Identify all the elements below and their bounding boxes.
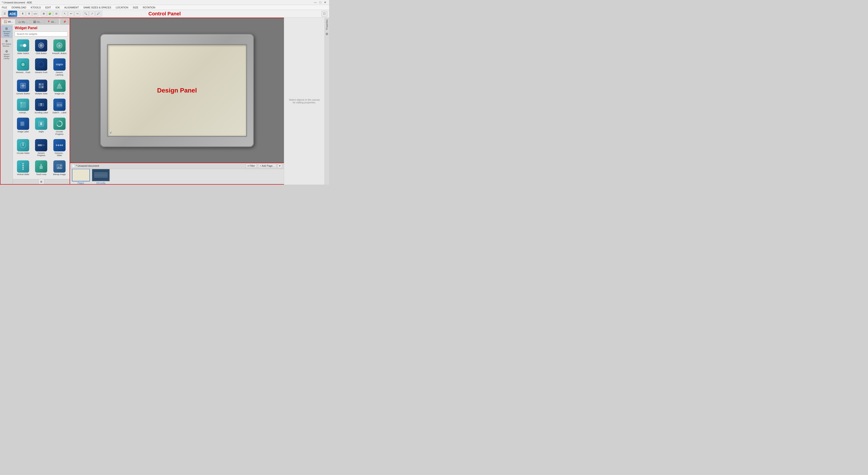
right-panel-sidebar: Properties ⚙ <box>324 18 329 184</box>
main-area: 🪟 Wi... 🗂 My ... 🖼 Cli... 📍 Wi... 📌 <box>0 18 329 184</box>
image-label-icon <box>17 118 29 130</box>
toolbar-edit-section: ↖ ↩ ↪ <box>61 10 81 18</box>
menu-edit[interactable]: EDIT <box>44 6 52 9</box>
widget-image-list[interactable]: Image List <box>51 79 68 96</box>
widget-animation[interactable]: Animati... <box>15 97 31 115</box>
tab-widgets[interactable]: 🪟 Wi... <box>1 19 16 24</box>
menu-ktools[interactable]: KTOOLS <box>30 6 41 9</box>
lib-iot[interactable]: ⊕ IOT Gallery Minimal... <box>1 38 12 48</box>
touch-area-icon <box>35 160 47 173</box>
menu-alignment[interactable]: ALIGNMENT <box>63 6 80 9</box>
device-frame: Design Panel ↙ <box>100 34 254 147</box>
widget-header: Widget Panel <box>13 25 70 37</box>
ioconfig-label: IOConfig <box>96 182 105 184</box>
filter-button[interactable]: ≡ Filter <box>246 164 257 168</box>
svg-point-9 <box>39 62 43 66</box>
svg-rect-17 <box>39 84 41 85</box>
lib-standard-label: Standard Widget Library <box>2 31 11 37</box>
multiple-state-icon <box>35 80 47 92</box>
standard-icon: ⊞ <box>2 27 11 30</box>
lib-standard[interactable]: ⊞ Standard Widget Library <box>1 26 12 38</box>
widget-generic-latching[interactable]: ≡ Generic Latching <box>51 57 68 77</box>
upload-button[interactable]: ⬆ <box>26 11 32 17</box>
page-bar-doc: 📄 * Unsaved document <box>72 165 99 168</box>
puzzle-button[interactable]: 🧩 <box>47 11 53 17</box>
generic-push-label: Generic Push <box>35 71 48 74</box>
widget-vertical-slider[interactable]: Vertical Slider <box>15 159 31 177</box>
widget-generic-button[interactable]: Generic Button <box>15 79 31 96</box>
cursor-button[interactable]: ↖ <box>62 11 68 17</box>
widget-press-button[interactable]: ⊛ Press/R. Button <box>51 38 68 56</box>
scrolling-label-label: Scrolling Label <box>35 112 48 114</box>
widget-panel: ⊞ Standard Widget Library ⊕ IOT Gallery … <box>0 25 70 184</box>
widget-datetime-label[interactable]: 12:31 Date/Ti... Label <box>51 97 68 115</box>
toolbar-right-section: ☐ <box>320 10 328 18</box>
corner-indicator: ↙ <box>110 130 112 134</box>
zoom-out-button[interactable]: 🔎 <box>95 11 101 17</box>
svg-point-26 <box>21 102 22 103</box>
menu-iok[interactable]: IOK <box>55 6 61 9</box>
download-button[interactable]: ⬇ <box>20 11 26 17</box>
checkbox-button[interactable]: ☐ <box>321 11 327 17</box>
widget-circular-progress[interactable]: Circular Progress <box>51 117 68 137</box>
widget-image-label[interactable]: Image Label <box>15 117 31 137</box>
widget-touch-area[interactable]: Touch Area <box>33 159 50 177</box>
tab-cli[interactable]: 🖼 Cli... <box>31 19 44 24</box>
menu-rotation[interactable]: ROTATION <box>142 6 156 9</box>
widget-circular-meter[interactable]: Circular Meter <box>15 138 31 158</box>
menu-location[interactable]: LOCATION <box>115 6 129 9</box>
hamburger-button[interactable]: ☰ <box>2 11 8 17</box>
minimize-button[interactable]: — <box>313 1 318 4</box>
widget-click-button[interactable]: Click Button <box>33 38 50 56</box>
add-page-button[interactable]: + Add Page... <box>258 164 276 168</box>
grid-button[interactable]: ⊞ <box>41 11 46 17</box>
title-bar-controls[interactable]: — □ ✕ <box>313 1 327 4</box>
svg-rect-20 <box>41 86 43 88</box>
menu-file[interactable]: FILE <box>1 6 8 9</box>
system-icon: ⚙ <box>1 50 12 53</box>
datetime-label-label: Date/Ti... Label <box>53 112 66 114</box>
widget-scrolling-label[interactable]: T Scrolling Label <box>33 97 50 115</box>
menu-same-sizes[interactable]: SAME SIZES & SPACES <box>83 6 112 9</box>
vertical-slider-label: Vertical Slider <box>17 173 29 176</box>
undo-button[interactable]: ↩ <box>68 11 74 17</box>
widget-generic-progress[interactable]: Generic Progress <box>33 138 50 158</box>
widget-content: Widget Panel Slider Switch <box>13 25 70 184</box>
widget-moment-push[interactable]: Moment... Push <box>15 57 31 77</box>
zoom-fit-button[interactable]: ⤢ <box>89 11 95 17</box>
slider-switch-icon <box>17 39 29 52</box>
lib-iot-label: IOT Gallery Minimal... <box>1 43 12 47</box>
design-canvas[interactable]: Design Panel ↙ <box>70 18 284 162</box>
redo-button[interactable]: ↪ <box>74 11 80 17</box>
widget-generic-push[interactable]: Generic Push <box>33 57 50 77</box>
widget-horizontal-slider[interactable]: Horizont... Slider <box>51 138 68 158</box>
widget-slider-switch[interactable]: Slider Switch <box>15 38 31 56</box>
circular-meter-icon <box>17 139 29 151</box>
lib-system[interactable]: ⚙ System Widget Library <box>1 49 12 60</box>
menu-download[interactable]: DOWNLOAD <box>11 6 27 9</box>
widget-multiple-state[interactable]: Multiple State <box>33 79 50 96</box>
properties-settings-icon[interactable]: ⚙ <box>325 32 329 36</box>
widget-digits[interactable]: 8 Digits <box>33 117 50 137</box>
expand-button[interactable]: ▾ <box>278 164 282 168</box>
tab-my[interactable]: 🗂 My ... <box>16 19 30 24</box>
search-input[interactable] <box>15 31 68 36</box>
code-button[interactable]: </> <box>32 11 38 17</box>
close-button[interactable]: ✕ <box>323 1 327 4</box>
maximize-button[interactable]: □ <box>318 1 322 4</box>
zoom-in-button[interactable]: 🔍 <box>83 11 89 17</box>
menu-size[interactable]: SIZE <box>132 6 139 9</box>
add-widget-button[interactable]: ⊞ <box>38 179 44 184</box>
page-thumb-page1[interactable]: Page1 <box>72 169 90 184</box>
svg-rect-32 <box>21 122 24 124</box>
tab-wi2[interactable]: 📍 Wi... <box>44 19 59 24</box>
generic-latching-icon: ≡ <box>53 58 66 70</box>
modules-button[interactable]: ⊟ <box>53 11 59 17</box>
ioconfig-line-4 <box>94 177 107 177</box>
generic-push-icon <box>35 58 47 70</box>
library-sidebar: ⊞ Standard Widget Library ⊕ IOT Gallery … <box>0 25 13 184</box>
properties-tab-label[interactable]: Properties <box>326 19 328 31</box>
page-thumb-ioconfig[interactable]: IOConfig <box>92 169 110 184</box>
tab-pin[interactable]: 📌 <box>61 19 69 24</box>
widget-bitmap-image[interactable]: Bitmap Image <box>51 159 68 177</box>
